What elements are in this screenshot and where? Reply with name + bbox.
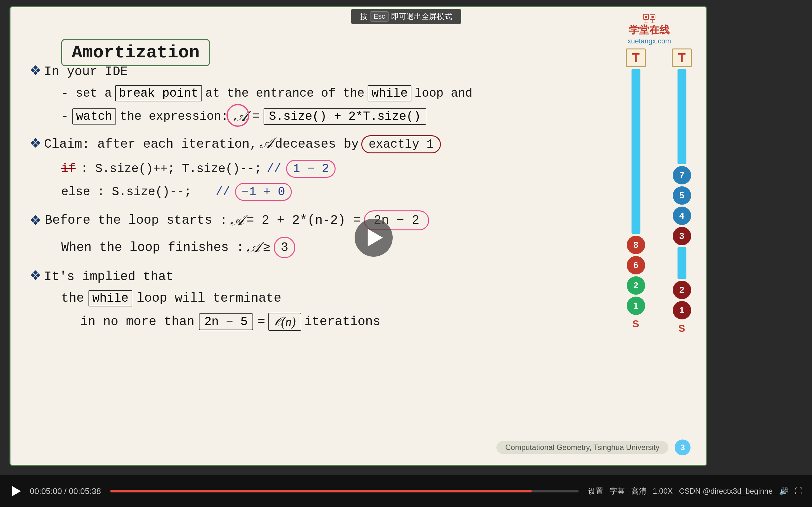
watch-box: watch (72, 108, 116, 124)
col2-num-2: 2 (673, 281, 691, 299)
title-box: Amortization (61, 39, 210, 66)
bullet-before-loop: ❖ Before the loop starts : 𝒜 = 2 + 2*(n-… (30, 210, 648, 230)
video-container: 按 Esc 即可退出全屏模式 学堂在线 xuetangx.com (0, 0, 812, 475)
bullet-break-point: - set a break point at the entrance of t… (61, 85, 648, 101)
a-symbol-4: 𝒜 (247, 239, 260, 256)
slide-title: Amortization (72, 43, 200, 63)
else-comment: // (215, 185, 230, 199)
if-code: : S.size()++; T.size()--; (81, 162, 262, 176)
sidebar-col-1: T 8 6 2 1 S (614, 49, 657, 429)
settings-btn[interactable]: 设置 (588, 486, 603, 496)
col2-cyan-bar (677, 69, 687, 164)
bullet-symbol-3: ❖ (30, 213, 42, 228)
text-loop-and: loop and (415, 87, 472, 100)
logo-area: 学堂在线 xuetangx.com (599, 14, 700, 45)
time-display: 00:05:00 / 00:05:38 (30, 487, 101, 496)
text-a-eq: = 2 + 2*(n-2) = (247, 213, 361, 228)
text-equals: = (252, 110, 260, 123)
source-label: CSDN @directx3d_beginne (679, 487, 773, 496)
expression-box: S.size() + 2*T.size() (264, 108, 426, 125)
text-implied: It's implied that (44, 270, 173, 284)
while-box-2: while (89, 290, 132, 306)
text-loop-terminate: loop will terminate (137, 291, 281, 305)
a-symbol-2: 𝒜 (260, 134, 272, 152)
xuetangx-logo-icon (635, 14, 664, 23)
text-before-loop: Before the loop starts : (45, 213, 227, 228)
col2-s-label: S (678, 323, 685, 334)
text-set-a: - set a (61, 87, 112, 100)
sidebar-col-2: T 7 5 4 3 2 1 S (660, 49, 703, 429)
captions-btn[interactable]: 字幕 (610, 486, 625, 496)
text-geq: ≥ (263, 240, 270, 255)
bullet-claim: ❖ Claim: after each iteration, 𝒜 decease… (30, 134, 648, 153)
text-dash-watch: - (61, 110, 68, 123)
svg-rect-3 (652, 16, 654, 18)
else-line: else : S.size()--; // −1 + 0 (61, 183, 648, 201)
if-result-oval: 1 − 2 (286, 160, 336, 178)
text-when-loop: When the loop finishes : (61, 240, 244, 255)
if-line: if : S.size()++; T.size()--; // 1 − 2 (61, 160, 648, 178)
logo-name: 学堂在线 (629, 23, 670, 37)
else-result-oval: −1 + 0 (235, 183, 292, 201)
result-3-circle: 3 (274, 237, 295, 258)
fullscreen-btn[interactable]: ⛶ (795, 487, 803, 496)
time-separator: / (64, 487, 68, 496)
bullet-watch: - watch the expression: 𝒜 = S.size() + 2… (61, 108, 648, 125)
ctrl-right: 设置 字幕 高清 1.00X CSDN @directx3d_beginne 🔊… (588, 486, 803, 496)
text-iterations: iterations (305, 315, 380, 329)
progress-fill (110, 490, 531, 493)
play-btn-icon (12, 486, 21, 496)
text-eq: = (258, 315, 265, 329)
text-no-more: in no more than (80, 315, 194, 329)
text-the-expression: the expression: (120, 110, 229, 123)
col2-num-5: 5 (673, 186, 691, 205)
col1-s-label: S (632, 318, 639, 330)
bullet-symbol-2: ❖ (30, 135, 42, 151)
page-number: 3 (675, 440, 691, 455)
a-circled-container: 𝒜 (231, 108, 250, 125)
time-current: 00:05:00 (30, 487, 62, 496)
col2-num-4: 4 (673, 207, 691, 225)
col2-label: T (672, 49, 692, 67)
esc-prefix: 按 (360, 11, 368, 21)
volume-btn[interactable]: 🔊 (779, 487, 789, 496)
bullet-symbol-4: ❖ (30, 268, 42, 283)
col2-num-3: 3 (673, 227, 691, 245)
col1-num-8: 8 (627, 236, 645, 254)
text-deceases-by: deceases by (275, 137, 359, 152)
esc-suffix: 即可退出全屏模式 (391, 11, 452, 21)
speed-btn[interactable]: 1.00X (653, 487, 673, 496)
quality-btn[interactable]: 高清 (631, 486, 647, 496)
col1-num-6: 6 (627, 256, 645, 274)
bullet-implied: ❖ It's implied that (30, 268, 648, 284)
course-label: Computational Geometry, Tsinghua Univers… (496, 441, 668, 454)
col2-cyan-bar-2 (677, 247, 687, 279)
col1-num-1: 1 (627, 297, 645, 315)
while-box-1: while (368, 85, 411, 101)
control-bar: 00:05:00 / 00:05:38 设置 字幕 高清 1.00X CSDN … (0, 475, 812, 507)
col2-num-7: 7 (673, 166, 691, 184)
break-point-box: break point (115, 85, 202, 101)
play-icon (368, 229, 383, 246)
play-overlay-button[interactable] (355, 219, 393, 257)
col1-num-2: 2 (627, 276, 645, 295)
pink-circle-a (225, 102, 251, 127)
right-sidebar: T 8 6 2 1 S T 7 5 4 3 2 1 S (614, 49, 703, 429)
esc-key: Esc (370, 11, 389, 21)
col1-label: T (626, 49, 646, 67)
on-box: 𝒪(n) (268, 313, 301, 331)
time-total: 00:05:38 (69, 487, 101, 496)
col2-num-1: 1 (673, 301, 691, 320)
play-button[interactable] (9, 484, 23, 498)
col1-cyan-bar (631, 69, 641, 234)
2n-5-box: 2n − 5 (199, 314, 253, 330)
exactly-1-box: exactly 1 (361, 135, 441, 153)
text-claim-prefix: Claim: after each iteration, (44, 137, 257, 152)
text-in-your-ide: In your IDE (44, 65, 128, 79)
progress-bar-container[interactable] (110, 490, 578, 493)
iterations-line: in no more than 2n − 5 = 𝒪(n) iterations (80, 313, 648, 331)
bullet-in-your-ide: ❖ In your IDE (30, 63, 648, 79)
text-at-the-entrance: at the entrance of the (205, 87, 364, 100)
bullet-symbol-1: ❖ (30, 63, 42, 78)
text-the: the (61, 291, 84, 305)
